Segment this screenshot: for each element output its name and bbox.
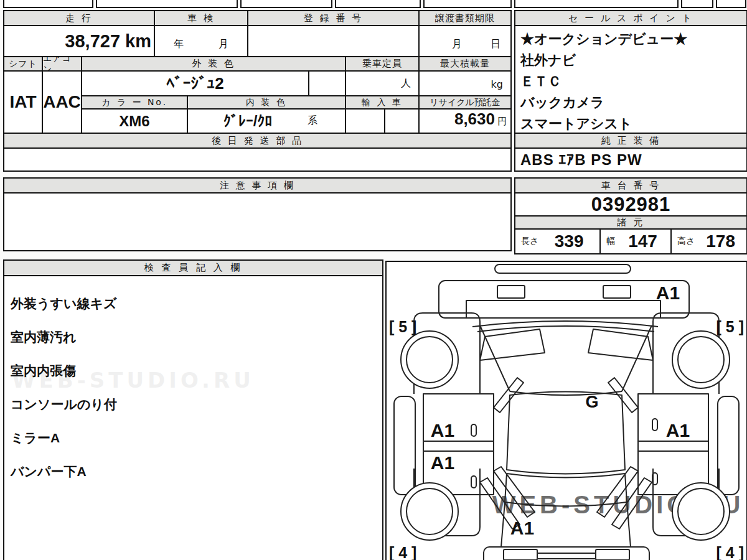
- cutoff-row-cell: [3, 0, 93, 8]
- right-sill-shape: [718, 396, 739, 495]
- sales-point-item: スマートアシスト: [520, 113, 632, 134]
- sales-point-item: ＥＴＣ: [520, 71, 561, 92]
- glass-grade-label: G: [585, 393, 598, 411]
- sales-point-item: バックカメラ: [520, 92, 604, 113]
- mileage-value: 38,727 km: [4, 26, 155, 57]
- car-damage-diagram: WEB-STUDIO.RU: [387, 262, 746, 560]
- height-label: 高さ: [672, 236, 695, 247]
- caution-body: [4, 194, 510, 250]
- registration-value-cell: [248, 26, 420, 57]
- recycle-header: リサイクル預託金: [420, 96, 510, 110]
- transfer-day-label: 日: [491, 38, 500, 51]
- inspection-date-cell: 年 月: [155, 26, 248, 57]
- inspector-note: 室内内張傷: [11, 362, 376, 379]
- right-front-door-handle: [652, 419, 657, 431]
- registration-header: 登 録 番 号: [248, 11, 420, 26]
- hood-inner-line: [466, 301, 660, 318]
- auction-sheet-page: 走 行 車 検 登 録 番 号 譲渡書類期限 38,727 km 年 月 月 日…: [0, 0, 747, 560]
- transfer-month-label: 月: [452, 38, 462, 51]
- cutoff-row-cell: [335, 0, 421, 8]
- chassis-header: 車 台 番 号: [515, 179, 746, 194]
- inspection-header: 車 検: [155, 11, 248, 26]
- inspector-note: 外装うすい線キズ: [11, 295, 376, 312]
- sales-points-header: セ ー ル ス ポ イ ン ト: [515, 11, 746, 26]
- caution-table: 注 意 事 項 欄: [3, 177, 512, 251]
- car-diagram-box: WEB-STUDIO.RU: [385, 261, 747, 560]
- mileage-header: 走 行: [4, 11, 155, 26]
- windshield-sides: [480, 325, 652, 391]
- aircon-header: エアコン: [43, 57, 82, 72]
- front-panel-shape: [439, 281, 689, 318]
- interior-color-value: ｸﾞﾚｰ/ｸﾛ: [223, 113, 273, 130]
- inspection-month-label: 月: [218, 38, 228, 51]
- transfer-deadline-header: 譲渡書類期限: [420, 11, 510, 26]
- cutoff-row-cell: [240, 0, 332, 8]
- color-no-header: カ ラ ー No.: [82, 96, 188, 110]
- capacity-value-cell: 人: [346, 72, 420, 96]
- shift-header: シフト: [4, 57, 43, 72]
- specs-dimensions-row: 長さ 339 幅 147 高さ 178: [515, 230, 746, 253]
- length-label: 長さ: [515, 236, 538, 247]
- capacity-header: 乗車定員: [346, 57, 420, 72]
- rear-left-wheel: [401, 483, 458, 540]
- inspector-note: ミラーA: [11, 429, 376, 446]
- max-load-unit-label: kg: [491, 78, 503, 90]
- left-door-split-lines: [423, 441, 494, 451]
- left-rear-door-handle: [471, 476, 476, 488]
- inspector-notes-list: 外装うすい線キズ 室内薄汚れ 室内内張傷 コンソールのり付 ミラーA バンパー下…: [4, 276, 382, 498]
- color-no-value: XM6: [82, 110, 188, 134]
- inspector-note: 室内薄汚れ: [11, 329, 376, 345]
- right-front-tire-label: [ 5 ]: [716, 318, 744, 335]
- rear-gate-grade-label: A1: [510, 518, 534, 538]
- cutoff-row-cell: [423, 0, 512, 8]
- sales-point-item: ★オークションデビュー★: [520, 29, 687, 50]
- caution-header: 注 意 事 項 欄: [4, 179, 510, 194]
- right-door-split-lines: [638, 441, 708, 451]
- chassis-specs-table: 車 台 番 号 0392981 諸 元 長さ 339 幅 147 高さ 178: [514, 177, 747, 254]
- left-rear-door-grade-label: A1: [431, 452, 454, 473]
- left-a-pillar-shape: [494, 378, 524, 413]
- import-cell-1: [346, 110, 385, 134]
- sales-points-list: ★オークションデビュー★ 社外ナビ ＥＴＣ バックカメラ スマートアシスト: [515, 26, 746, 134]
- left-front-door-handle: [471, 424, 476, 436]
- later-parts-header: 後 日 発 送 部 品: [4, 134, 510, 149]
- recycle-unit: 円: [497, 116, 507, 128]
- left-doors-shape: [423, 394, 494, 495]
- left-headlight-shape: [497, 286, 525, 298]
- right-taillight-shape: [596, 549, 629, 560]
- left-front-tire-label: [ 5 ]: [389, 318, 416, 335]
- sales-points-table: セ ー ル ス ポ イ ン ト ★オークションデビュー★ 社外ナビ ＥＴＣ バッ…: [514, 10, 747, 172]
- front-panel-grade-label: A1: [656, 282, 680, 303]
- cutoff-row-cell: [514, 0, 679, 8]
- front-bumper-shape: [495, 264, 631, 273]
- inspector-header: 検 査 員 記 入 欄: [4, 261, 382, 276]
- cutoff-row-cell: [96, 0, 238, 8]
- inspection-year-label: 年: [174, 38, 184, 51]
- left-sill-shape: [394, 396, 415, 495]
- recycle-value: 8,630: [454, 110, 495, 129]
- chassis-value: 0392981: [515, 194, 746, 217]
- left-rear-tire-label: [ 4 ]: [389, 544, 416, 560]
- equipment-value: ABS ｴｱB PS PW: [515, 149, 746, 170]
- roof-shape: [507, 392, 625, 474]
- right-a-pillar-shape: [608, 378, 638, 413]
- sales-point-item: 社外ナビ: [520, 50, 576, 71]
- cowl-arc-2: [477, 326, 654, 332]
- width-label: 幅: [601, 236, 615, 247]
- import-cell-2: [385, 110, 420, 134]
- rear-right-wheel: [672, 483, 730, 540]
- cutoff-row-cell: [716, 0, 746, 8]
- aircon-value: AAC: [43, 72, 82, 134]
- right-doors-shape: [638, 394, 708, 495]
- front-right-wheel: [672, 331, 730, 388]
- length-value: 339: [555, 231, 584, 251]
- height-cell: 高さ 178: [672, 230, 746, 253]
- right-rear-tire-label: [ 4 ]: [716, 544, 744, 560]
- right-headlight-shape: [603, 286, 631, 298]
- vehicle-data-table: 走 行 車 検 登 録 番 号 譲渡書類期限 38,727 km 年 月 月 日…: [3, 10, 512, 172]
- capacity-unit-label: 人: [401, 77, 411, 90]
- max-load-header: 最大積載量: [420, 57, 510, 72]
- inspector-note: コンソールのり付: [11, 396, 376, 413]
- transfer-deadline-cell: 月 日: [420, 26, 510, 57]
- later-parts-value-cell: [4, 149, 510, 170]
